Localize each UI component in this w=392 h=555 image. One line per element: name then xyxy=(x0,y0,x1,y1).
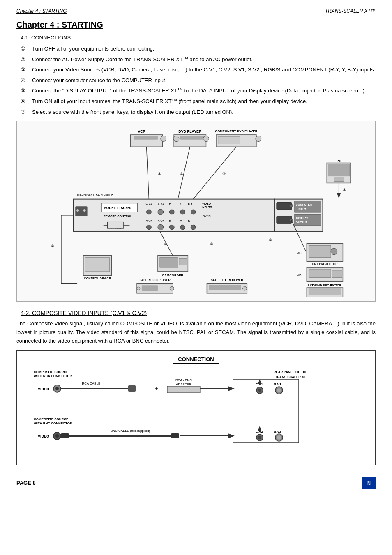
svg-text:R: R xyxy=(169,220,171,223)
svg-text:DISPLAY: DISPLAY xyxy=(296,217,308,220)
list-text-3: Connect your Video Sources (VCR, DVD, Ca… xyxy=(32,66,376,74)
list-item-3: ③ Connect your Video Sources (VCR, DVD, … xyxy=(21,66,376,74)
svg-point-92 xyxy=(243,287,247,291)
list-num-3: ③ xyxy=(21,66,32,74)
list-text-6: Turn ON all of your input sources, the T… xyxy=(32,97,376,106)
svg-point-88 xyxy=(170,287,174,291)
svg-text:+: + xyxy=(155,385,158,392)
svg-point-135 xyxy=(55,434,59,438)
svg-text:C.V2: C.V2 xyxy=(256,430,263,433)
chapter-title: Chapter 4 : STARTING xyxy=(16,20,376,30)
svg-rect-11 xyxy=(108,222,124,229)
list-item-6: ⑥ Turn ON all of your input sources, the… xyxy=(21,97,376,106)
svg-rect-101 xyxy=(332,270,342,278)
svg-point-5 xyxy=(83,210,86,212)
svg-text:RCA / BNC: RCA / BNC xyxy=(175,378,192,382)
svg-text:OR: OR xyxy=(297,251,302,255)
svg-rect-56 xyxy=(218,137,240,144)
list-num-7: ⑦ xyxy=(21,108,32,116)
svg-point-51 xyxy=(173,136,179,142)
svg-point-143 xyxy=(258,436,261,439)
svg-text:LCD/DMD PROJECTOR: LCD/DMD PROJECTOR xyxy=(308,284,342,288)
svg-text:③: ③ xyxy=(164,242,167,246)
svg-rect-137 xyxy=(61,433,69,438)
header-right: TRANS-SCALER XT™ xyxy=(325,8,376,14)
svg-text:BNC CABLE (not supplied): BNC CABLE (not supplied) xyxy=(111,429,150,433)
svg-text:TRANS SCALER XT: TRANS SCALER XT xyxy=(275,375,306,379)
section2-text: The Composite Video signal, usually call… xyxy=(16,320,376,345)
svg-text:③: ③ xyxy=(180,172,183,176)
svg-rect-100 xyxy=(309,269,331,278)
svg-text:SYNC: SYNC xyxy=(203,215,211,218)
svg-rect-87 xyxy=(142,286,158,291)
list-num-2: ② xyxy=(21,55,32,64)
svg-rect-47 xyxy=(134,136,158,140)
svg-text:③: ③ xyxy=(222,172,226,176)
svg-point-45 xyxy=(290,219,293,222)
svg-rect-95 xyxy=(309,246,331,258)
svg-text:②: ② xyxy=(51,244,54,249)
connections-diagram: 100-250Vac 0.5A 50-60Hz MODEL : TSC550 R… xyxy=(16,121,376,302)
section2: 4-2. COMPOSITE VIDEO INPUTS (C.V1 & C.V2… xyxy=(16,310,376,345)
list-num-4: ④ xyxy=(21,76,32,85)
svg-rect-80 xyxy=(179,259,187,265)
svg-rect-72 xyxy=(85,258,110,272)
list-item-2: ② Connect the AC Power Supply Cord to th… xyxy=(21,55,376,64)
svg-rect-60 xyxy=(328,164,350,176)
svg-text:⑤: ⑤ xyxy=(269,238,272,242)
svg-text:100-250Vac 0.5A 50-60Hz: 100-250Vac 0.5A 50-60Hz xyxy=(75,193,113,197)
svg-point-31 xyxy=(158,225,164,230)
svg-point-126 xyxy=(258,389,261,392)
svg-text:REAR PANEL OF THE: REAR PANEL OF THE xyxy=(274,370,308,374)
svg-point-53 xyxy=(203,136,209,142)
svg-point-96 xyxy=(331,249,337,255)
section1-title: 4-1. CONNECTIONS xyxy=(21,35,376,41)
svg-point-20 xyxy=(158,210,164,215)
svg-text:MODEL : TSC550: MODEL : TSC550 xyxy=(104,206,131,210)
svg-text:③: ③ xyxy=(158,172,161,176)
connections-list: ① Turn OFF all of your equipments before… xyxy=(21,45,376,116)
svg-text:CRT PROJECTOR: CRT PROJECTOR xyxy=(312,263,338,266)
svg-text:S.V2: S.V2 xyxy=(274,430,281,433)
svg-point-146 xyxy=(277,435,281,440)
svg-rect-105 xyxy=(309,289,341,295)
svg-text:VIDEO: VIDEO xyxy=(38,434,49,438)
svg-rect-39 xyxy=(277,203,292,210)
svg-text:④: ④ xyxy=(343,188,346,192)
svg-text:B-Y: B-Y xyxy=(188,203,193,205)
svg-text:C.V1: C.V1 xyxy=(256,382,263,386)
logo: N xyxy=(362,477,376,489)
svg-text:ADAPTER: ADAPTER xyxy=(176,382,191,386)
svg-text:G: G xyxy=(180,220,182,223)
svg-text:RCA CABLE: RCA CABLE xyxy=(82,382,101,385)
svg-text:S.V1: S.V1 xyxy=(158,203,164,205)
list-item-5: ⑤ Connect the "DISPLAY OUTPUT" of the TR… xyxy=(21,87,376,95)
svg-text:SATELLITE RECEIVER: SATELLITE RECEIVER xyxy=(211,279,244,282)
svg-rect-52 xyxy=(180,136,205,140)
svg-text:Y: Y xyxy=(180,203,182,205)
list-num-1: ① xyxy=(21,45,32,53)
list-text-7: Select a source with the front panel key… xyxy=(32,108,376,116)
svg-text:COMPONENT DVD PLAYER: COMPONENT DVD PLAYER xyxy=(215,130,258,134)
svg-rect-120 xyxy=(167,386,200,393)
svg-text:S.V2: S.V2 xyxy=(158,220,164,223)
svg-text:S.V1: S.V1 xyxy=(274,382,281,386)
svg-point-129 xyxy=(277,388,281,392)
svg-text:CAMCORDER: CAMCORDER xyxy=(162,274,183,277)
list-num-5: ⑤ xyxy=(21,87,32,95)
svg-text:B: B xyxy=(188,220,190,223)
svg-text:OR: OR xyxy=(297,273,302,276)
section2-title: 4-2. COMPOSITE VIDEO INPUTS (C.V1 & C.V2… xyxy=(21,310,376,316)
svg-text:INPUT: INPUT xyxy=(298,208,307,211)
logo-text: N xyxy=(367,481,371,486)
svg-text:LASER DISC PLAYER: LASER DISC PLAYER xyxy=(139,279,171,282)
svg-text:COMPUTER: COMPUTER xyxy=(296,204,312,207)
svg-text:COMPOSITE SOURCE: COMPOSITE SOURCE xyxy=(34,417,69,421)
page-footer: PAGE 8 N xyxy=(16,474,376,489)
svg-text:C.V2: C.V2 xyxy=(146,220,152,223)
composite-diagram-svg: COMPOSITE SOURCE WITH RCA CONNECTOR VIDE… xyxy=(23,357,369,459)
svg-point-21 xyxy=(169,210,174,215)
svg-text:DVD PLAYER: DVD PLAYER xyxy=(178,130,202,134)
svg-point-32 xyxy=(169,225,174,230)
svg-point-86 xyxy=(137,287,140,290)
